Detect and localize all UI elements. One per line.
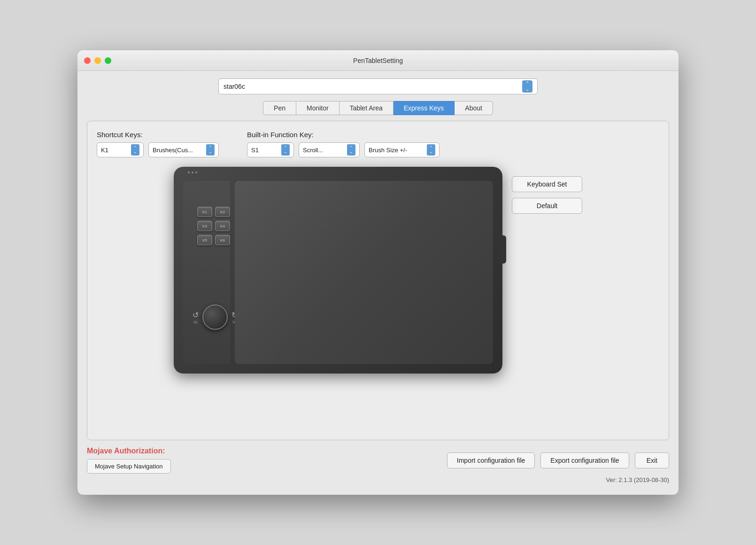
key-k2[interactable]: K2 (215, 207, 230, 217)
function-select-value: Brushes(Cus... (153, 147, 193, 154)
mode-select-value: Scroll... (303, 147, 323, 154)
mojave-label: Mojave Authorization: (87, 447, 171, 455)
builtin-key-dropdown[interactable]: S1 (247, 142, 294, 157)
scroll-left-button[interactable]: ↺ S1 (193, 311, 199, 324)
bottom-actions: Import configuration file Export configu… (447, 452, 669, 468)
minimize-button[interactable] (94, 57, 101, 64)
dot-1 (188, 171, 190, 173)
mojave-section: Mojave Authorization: Mojave Setup Navig… (87, 447, 171, 474)
controls-row: Shortcut Keys: K1 Brushes(Cus... (97, 131, 659, 157)
builtin-function-label: Built-in Function Key: (247, 131, 440, 139)
key-k4[interactable]: K4 (215, 221, 230, 231)
tab-bar: Pen Monitor Tablet Area Express Keys Abo… (87, 101, 669, 115)
scroll-wheel[interactable] (202, 304, 228, 330)
bottom-bar: Mojave Authorization: Mojave Setup Navig… (87, 440, 669, 476)
builtin-key-value: S1 (251, 147, 259, 154)
action-select-dropdown[interactable]: Brush Size +/- (364, 142, 440, 157)
shortcut-keys-selects: K1 Brushes(Cus... (97, 142, 219, 157)
tab-express-keys[interactable]: Express Keys (393, 101, 455, 115)
tab-pen[interactable]: Pen (263, 101, 296, 115)
tablet-left-panel: K1 K2 K3 K4 K5 K6 (183, 181, 230, 364)
function-select-arrow-icon (206, 144, 215, 156)
tab-monitor[interactable]: Monitor (296, 101, 339, 115)
content-area: star06c Pen Monitor Tablet Area Express … (77, 71, 679, 495)
k2-label: K2 (220, 210, 225, 214)
device-selector: star06c (87, 78, 669, 94)
k4-label: K4 (220, 224, 225, 228)
tablet-image-area: K1 K2 K3 K4 K5 K6 (174, 167, 502, 374)
key-k3[interactable]: K3 (197, 221, 212, 231)
key-row-3: K5 K6 (197, 235, 230, 245)
tablet-image: K1 K2 K3 K4 K5 K6 (174, 167, 502, 374)
main-panel: Shortcut Keys: K1 Brushes(Cus... (87, 121, 669, 440)
k5-label: K5 (202, 238, 207, 242)
device-name: star06c (224, 83, 245, 90)
mode-select-dropdown[interactable]: Scroll... (299, 142, 360, 157)
key-k1[interactable]: K1 (197, 207, 212, 217)
scroll-left-label: S1 (193, 320, 198, 324)
tablet-section: K1 K2 K3 K4 K5 K6 (97, 167, 659, 383)
default-button[interactable]: Default (512, 198, 582, 214)
shortcut-keys-group: Shortcut Keys: K1 Brushes(Cus... (97, 131, 219, 157)
dot-3 (195, 171, 197, 173)
action-select-arrow-icon (427, 144, 435, 156)
action-buttons: Keyboard Set Default (512, 176, 582, 214)
key-select-arrow-icon (131, 144, 139, 156)
key-buttons: K1 K2 K3 K4 K5 K6 (197, 207, 230, 245)
mojave-setup-button[interactable]: Mojave Setup Navigation (87, 459, 171, 474)
scroll-wheel-area: ↺ S1 ↻ S1 (192, 298, 239, 336)
indicator-dots (188, 171, 197, 173)
titlebar: PenTabletSetting (77, 50, 679, 71)
exit-button[interactable]: Exit (635, 452, 669, 468)
builtin-function-selects: S1 Scroll... Brush Size +/- (247, 142, 440, 157)
window-controls (84, 57, 111, 64)
key-k6[interactable]: K6 (215, 235, 230, 245)
k6-label: K6 (220, 238, 225, 242)
dropdown-arrow-icon (522, 80, 532, 93)
keyboard-set-button[interactable]: Keyboard Set (512, 176, 582, 192)
builtin-function-group: Built-in Function Key: S1 Scroll... Brus… (247, 131, 440, 157)
key-select-dropdown[interactable]: K1 (97, 142, 144, 157)
tab-about[interactable]: About (455, 101, 493, 115)
function-select-dropdown[interactable]: Brushes(Cus... (148, 142, 219, 157)
device-dropdown[interactable]: star06c (218, 78, 538, 94)
scroll-left-icon: ↺ (193, 311, 199, 319)
export-config-button[interactable]: Export configuration file (540, 452, 629, 468)
maximize-button[interactable] (105, 57, 111, 64)
shortcut-keys-label: Shortcut Keys: (97, 131, 219, 139)
tablet-right-edge (500, 235, 506, 264)
key-row-2: K3 K4 (197, 221, 230, 231)
mode-select-arrow-icon (347, 144, 355, 156)
main-window: PenTabletSetting star06c Pen Monitor Tab… (77, 50, 679, 495)
version-text: Ver: 2.1.3 (2019-08-30) (606, 476, 669, 483)
tablet-surface (235, 181, 493, 364)
close-button[interactable] (84, 57, 91, 64)
action-select-value: Brush Size +/- (369, 147, 407, 154)
k1-label: K1 (202, 210, 207, 214)
tab-tablet-area[interactable]: Tablet Area (339, 101, 393, 115)
key-row-1: K1 K2 (197, 207, 230, 217)
k3-label: K3 (202, 224, 207, 228)
key-select-value: K1 (101, 147, 108, 154)
version-area: Ver: 2.1.3 (2019-08-30) (87, 476, 669, 487)
dot-2 (192, 171, 193, 173)
window-title: PenTabletSetting (353, 57, 403, 64)
key-k5[interactable]: K5 (197, 235, 212, 245)
builtin-key-arrow-icon (281, 144, 290, 156)
import-config-button[interactable]: Import configuration file (447, 452, 535, 468)
